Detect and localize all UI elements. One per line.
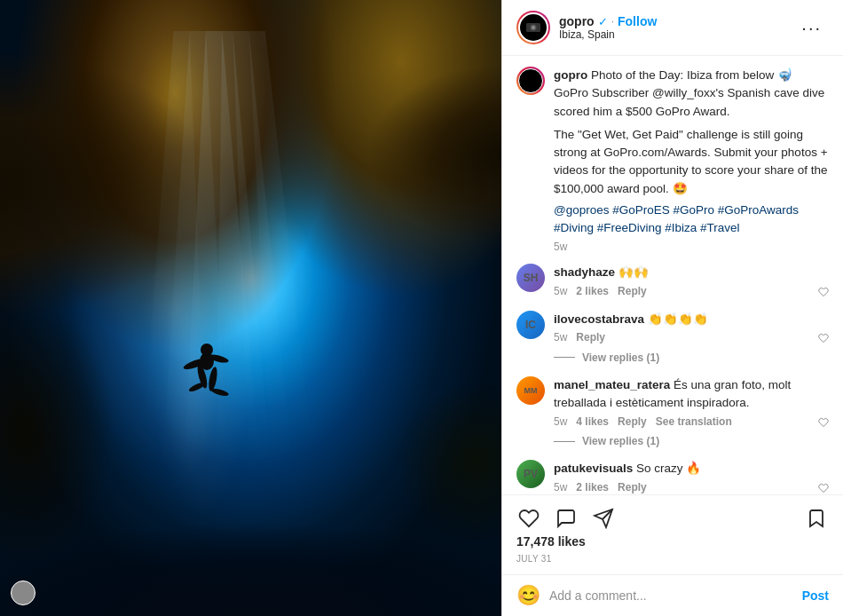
follow-button[interactable]: Follow: [618, 14, 657, 28]
post-date: JULY 31: [516, 552, 829, 571]
comments-area[interactable]: gopro Photo of the Day: Ibiza from below…: [502, 56, 843, 494]
light-rays-svg: [100, 31, 376, 462]
dot-separator: ·: [611, 15, 614, 28]
comment-like-icon-ilovecostabrava[interactable]: [818, 331, 829, 344]
add-comment-bar: 😊 Post: [502, 574, 843, 616]
likes-count: 17,478 likes: [516, 531, 829, 552]
caption-avatar-inner: [518, 68, 543, 93]
comment-text-ilovecostabrava: ilovecostabrava 👏👏👏👏: [554, 311, 829, 328]
action-icons: [516, 502, 829, 531]
caption-body: Photo of the Day: Ibiza from below 🤿 GoP…: [554, 68, 824, 118]
view-replies-button-ilovecostabrava[interactable]: View replies (1): [582, 351, 659, 364]
caption-time: 5w: [554, 241, 829, 253]
comment-button[interactable]: [554, 502, 579, 531]
avatar-patukevisuals[interactable]: PV: [516, 460, 545, 488]
comment-username-ilovecostabrava[interactable]: ilovecostabrava: [554, 312, 644, 326]
header-username[interactable]: gopro: [559, 14, 595, 28]
comment-time-shadyhaze: 5w: [554, 285, 567, 297]
diver-silhouette: [176, 330, 238, 419]
see-translation-manel_mateu_ratera[interactable]: See translation: [656, 415, 732, 428]
caption-block: gopro Photo of the Day: Ibiza from below…: [516, 67, 829, 253]
actions-bar: 17,478 likes JULY 31: [502, 494, 843, 574]
comment-meta-manel_mateu_ratera: 5w4 likesReplySee translation: [554, 415, 829, 428]
comment-meta-patukevisuals: 5w2 likesReply: [554, 481, 829, 494]
avatar-shadyhaze[interactable]: SH: [516, 264, 545, 292]
comment-like-icon-patukevisuals[interactable]: [818, 481, 829, 494]
comment-body-shadyhaze: shadyhaze 🙌🙌5w2 likesReply: [554, 264, 829, 297]
caption-content: gopro Photo of the Day: Ibiza from below…: [554, 67, 829, 253]
svg-point-13: [210, 387, 229, 397]
caption-avatar[interactable]: [516, 67, 545, 95]
avatar-manel_mateu_ratera[interactable]: MM: [516, 376, 545, 405]
more-options-button[interactable]: ···: [794, 14, 829, 42]
caption-extra: The "Get Wet, Get Paid" challenge is sti…: [554, 126, 829, 198]
post-comment-button[interactable]: Post: [802, 588, 829, 603]
gopro-logo-svg: [525, 22, 541, 33]
comment-input[interactable]: [549, 588, 802, 603]
svg-point-17: [532, 26, 535, 29]
reply-button-manel_mateu_ratera[interactable]: Reply: [618, 415, 647, 428]
comment-icon: [555, 508, 577, 529]
view-replies-ilovecostabrava: View replies (1): [554, 351, 829, 364]
comment-meta-shadyhaze: 5w2 likesReply: [554, 285, 829, 298]
share-button[interactable]: [591, 502, 616, 531]
share-icon: [593, 508, 614, 529]
comment-item: SHshadyhaze 🙌🙌5w2 likesReply: [516, 264, 829, 297]
comment-item: PVpatukevisuals So crazy 🔥5w2 likesReply: [516, 460, 829, 494]
comment-time-patukevisuals: 5w: [554, 481, 567, 494]
avatar-ilovecostabrava[interactable]: IC: [516, 311, 545, 339]
comment-username-manel_mateu_ratera[interactable]: manel_mateu_ratera: [554, 378, 670, 391]
comments-container: SHshadyhaze 🙌🙌5w2 likesReplyICilovecosta…: [516, 264, 829, 494]
header-avatar-inner: [518, 12, 548, 43]
caption-hashtags: @goproes #GoProES #GoPro #GoProAwards #D…: [554, 201, 829, 238]
header-info: gopro ✓ · Follow Ibiza, Spain: [559, 14, 794, 41]
verified-badge: ✓: [598, 15, 608, 28]
comment-username-patukevisuals[interactable]: patukevisuals: [554, 462, 633, 475]
reply-button-patukevisuals[interactable]: Reply: [618, 481, 647, 494]
header-avatar[interactable]: [516, 11, 550, 44]
gopro-logo: [521, 15, 546, 40]
comment-time-manel_mateu_ratera: 5w: [554, 415, 567, 428]
post-header: gopro ✓ · Follow Ibiza, Spain ···: [502, 0, 843, 56]
like-button[interactable]: [516, 502, 541, 531]
view-replies-button-manel_mateu_ratera[interactable]: View replies (1): [582, 435, 659, 447]
bookmark-icon: [806, 508, 827, 529]
comment-likes-patukevisuals: 2 likes: [576, 481, 609, 494]
comment-time-ilovecostabrava: 5w: [554, 331, 567, 344]
comment-likes-manel_mateu_ratera: 4 likes: [576, 415, 609, 428]
emoji-button[interactable]: 😊: [516, 584, 540, 607]
photo-panel: [0, 0, 501, 616]
caption-username[interactable]: gopro: [554, 68, 587, 82]
svg-point-7: [201, 344, 213, 356]
reply-button-shadyhaze[interactable]: Reply: [618, 285, 647, 297]
view-replies-line-manel_mateu_ratera: [554, 441, 575, 442]
cave-photo: [0, 0, 501, 616]
comment-item: ICilovecostabrava 👏👏👏👏5wReply: [516, 311, 829, 344]
header-location: Ibiza, Spain: [559, 28, 794, 41]
svg-point-11: [207, 366, 218, 391]
comment-username-shadyhaze[interactable]: shadyhaze: [554, 265, 615, 279]
comment-text-manel_mateu_ratera: manel_mateu_ratera És una gran foto, mol…: [554, 376, 829, 413]
comment-body-manel_mateu_ratera: manel_mateu_ratera És una gran foto, mol…: [554, 376, 829, 429]
comment-meta-ilovecostabrava: 5wReply: [554, 331, 829, 344]
view-replies-manel_mateu_ratera: View replies (1): [554, 435, 829, 447]
comment-item: MMmanel_mateu_ratera És una gran foto, m…: [516, 376, 829, 429]
bookmark-button[interactable]: [804, 502, 829, 531]
heart-icon: [518, 508, 540, 529]
header-username-row: gopro ✓ · Follow: [559, 14, 794, 28]
post-panel: gopro ✓ · Follow Ibiza, Spain ··· gopro …: [501, 0, 843, 616]
reply-button-ilovecostabrava[interactable]: Reply: [576, 331, 605, 344]
comment-likes-shadyhaze: 2 likes: [576, 285, 609, 297]
caption-text: gopro Photo of the Day: Ibiza from below…: [554, 67, 829, 121]
comment-like-icon-manel_mateu_ratera[interactable]: [818, 415, 829, 428]
comment-body-patukevisuals: patukevisuals So crazy 🔥5w2 likesReply: [554, 460, 829, 494]
comment-text-shadyhaze: shadyhaze 🙌🙌: [554, 264, 829, 281]
view-replies-line-ilovecostabrava: [554, 357, 575, 358]
comment-body-ilovecostabrava: ilovecostabrava 👏👏👏👏5wReply: [554, 311, 829, 344]
comment-text-patukevisuals: patukevisuals So crazy 🔥: [554, 460, 829, 478]
comment-like-icon-shadyhaze[interactable]: [818, 285, 829, 298]
viewer-avatar: [11, 580, 35, 605]
